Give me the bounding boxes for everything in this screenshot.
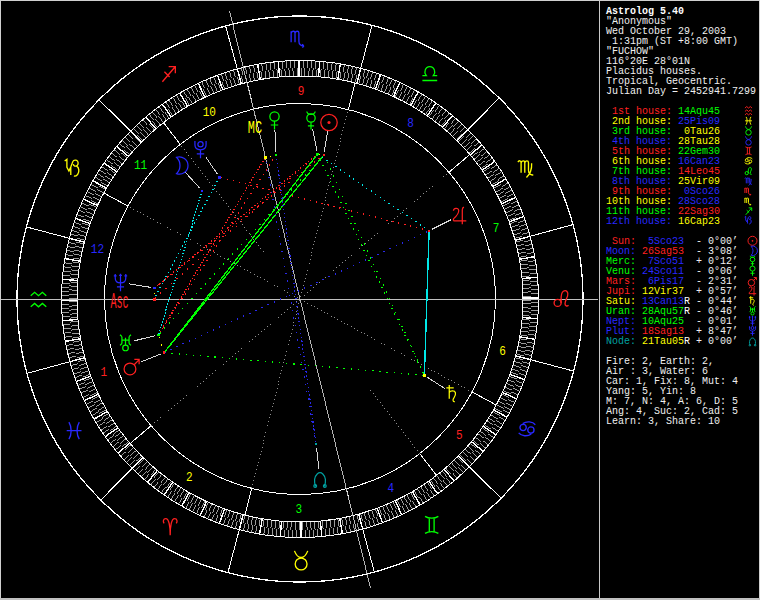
svg-text:21Tau05: 21Tau05 xyxy=(642,336,684,347)
svg-text:11: 11 xyxy=(134,158,147,173)
svg-text:7: 7 xyxy=(493,221,500,236)
svg-text:Learn: 3, Share: 10: Learn: 3, Share: 10 xyxy=(606,416,720,427)
svg-text:2: 2 xyxy=(186,470,193,485)
svg-text:MC: MC xyxy=(248,118,262,139)
svg-text:8: 8 xyxy=(407,116,414,131)
svg-text:Node:: Node: xyxy=(606,336,636,347)
svg-text:1: 1 xyxy=(101,365,108,380)
svg-text:4: 4 xyxy=(387,481,394,496)
svg-text:10: 10 xyxy=(203,105,216,120)
svg-text:6: 6 xyxy=(499,344,506,359)
svg-text:5: 5 xyxy=(456,428,463,443)
svg-text:Julian Day = 2452941.7299: Julian Day = 2452941.7299 xyxy=(606,86,756,97)
svg-text:R: R xyxy=(684,306,690,317)
svg-text:9: 9 xyxy=(298,84,305,99)
svg-text:12th house:: 12th house: xyxy=(606,216,672,227)
svg-text:R: R xyxy=(684,336,690,347)
svg-text:16Cap23: 16Cap23 xyxy=(678,216,720,227)
svg-text:+ 0°00’: + 0°00’ xyxy=(696,336,738,347)
svg-text:12: 12 xyxy=(91,242,104,257)
svg-text:Asc: Asc xyxy=(110,290,128,314)
svg-text:3: 3 xyxy=(296,502,303,517)
